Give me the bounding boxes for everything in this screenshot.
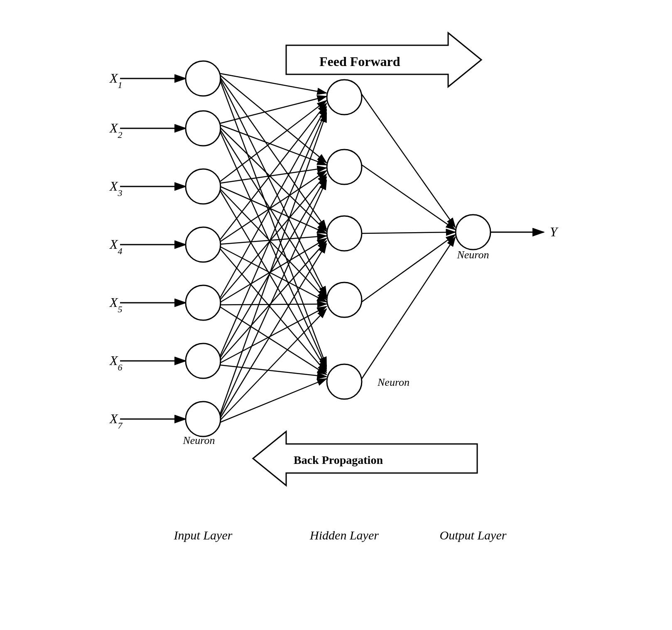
hidden-neuron-label: Neuron [377, 376, 410, 388]
input-node-6 [186, 343, 221, 378]
output-neuron-label: Neuron [456, 249, 489, 261]
input-node-4 [186, 227, 221, 262]
hidden-out-conn-4 [362, 235, 455, 302]
neural-network-diagram: X1 X2 X3 X4 X5 X6 X7 Neuron [87, 25, 585, 606]
input-label-3: X3 [109, 179, 123, 198]
input-node-1 [186, 61, 221, 96]
hidden-node-4 [327, 282, 362, 317]
input-label-1: X1 [109, 71, 123, 90]
hidden-node-5 [327, 364, 362, 399]
hidden-node-3 [327, 216, 362, 251]
conn-3-1 [220, 101, 326, 181]
hidden-layer-label: Hidden Layer [309, 528, 379, 542]
hidden-out-conn-5 [362, 237, 455, 379]
input-node-3 [186, 169, 221, 204]
input-node-2 [186, 111, 221, 146]
output-label: Y [550, 224, 559, 239]
back-propagation-arrow: Back Propagation [253, 431, 477, 485]
input-label-7: X7 [109, 411, 123, 431]
conn-2-5 [220, 132, 326, 368]
input-label-5: X5 [109, 295, 123, 314]
conn-6-5 [220, 365, 326, 377]
input-label-4: X4 [109, 237, 123, 256]
back-propagation-label: Back Propagation [294, 454, 383, 466]
hidden-out-conn-2 [362, 165, 455, 230]
conn-4-4 [220, 247, 326, 302]
hidden-out-conn-1 [362, 94, 455, 227]
input-node-7 [186, 402, 221, 436]
input-node-5 [186, 285, 221, 320]
hidden-node-1 [327, 80, 362, 115]
hidden-out-conn-3 [362, 232, 455, 233]
conn-2-4 [220, 130, 326, 298]
output-layer-label: Output Layer [440, 528, 507, 542]
feed-forward-label: Feed Forward [319, 54, 400, 69]
conn-7-5 [220, 379, 326, 422]
conn-5-4 [220, 304, 326, 305]
hidden-node-2 [327, 150, 362, 184]
input-neuron-label: Neuron [182, 434, 215, 446]
feed-forward-arrow: Feed Forward [286, 33, 481, 87]
input-label-2: X2 [109, 120, 123, 140]
output-node [456, 215, 491, 250]
conn-6-1 [220, 110, 326, 356]
input-label-6: X6 [109, 353, 123, 373]
input-layer-label: Input Layer [174, 528, 233, 542]
conn-7-2 [220, 180, 326, 416]
conn-1-1 [220, 74, 326, 93]
